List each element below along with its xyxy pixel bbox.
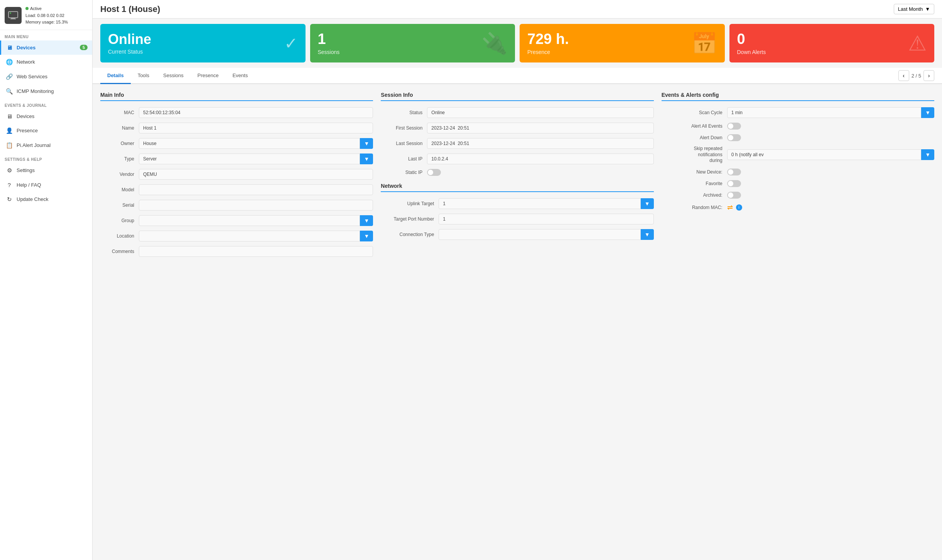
field-comments: Comments	[100, 246, 373, 257]
alerts-value: 0	[737, 31, 766, 47]
card-online: Online Current Status ✓	[100, 24, 306, 62]
field-vendor: Vendor	[100, 169, 373, 180]
vendor-input[interactable]	[139, 169, 373, 180]
favorite-toggle[interactable]	[727, 180, 741, 187]
sidebar-network-label: Network	[17, 59, 35, 65]
uplink-input[interactable]	[439, 198, 640, 209]
field-serial: Serial	[100, 200, 373, 211]
sidebar-item-icmp[interactable]: 🔍 ICMP Monitoring	[0, 84, 92, 99]
location-input[interactable]	[139, 231, 360, 241]
checkmark-icon: ✓	[284, 34, 298, 53]
group-input[interactable]	[139, 215, 360, 226]
sidebar-item-journal[interactable]: 📋 Pi.Alert Journal	[0, 138, 92, 153]
period-label: Last Month	[898, 6, 923, 12]
sidebar-item-devices-events[interactable]: 🖥 Devices	[0, 109, 92, 123]
sidebar-item-help[interactable]: ? Help / FAQ	[0, 178, 92, 192]
field-alert-all-events: Alert All Events	[662, 123, 934, 130]
field-model: Model	[100, 184, 373, 195]
tab-sessions[interactable]: Sessions	[156, 68, 191, 84]
connection-type-label: Connection Type	[381, 232, 439, 237]
connection-type-input[interactable]	[439, 229, 640, 240]
tab-details[interactable]: Details	[100, 68, 131, 84]
events-label: EVENTS & JOURNAL	[0, 99, 92, 109]
model-input[interactable]	[139, 184, 373, 195]
random-mac-label: Random MAC:	[662, 205, 727, 210]
sidebar-webservices-label: Web Services	[17, 74, 47, 79]
info-icon[interactable]: i	[736, 204, 742, 211]
tab-presence[interactable]: Presence	[191, 68, 226, 84]
session-info-title: Session Info	[381, 92, 653, 101]
sidebar-header: Active Load: 0.08 0.02 0.02 Memory usage…	[0, 0, 92, 30]
sidebar-item-update[interactable]: ↻ Update Check	[0, 192, 92, 207]
sidebar-item-settings[interactable]: ⚙ Settings	[0, 163, 92, 178]
card-sessions: 1 Sessions 🔌	[310, 24, 515, 62]
sessions-value: 1	[318, 31, 340, 47]
type-dropdown-button[interactable]: ▼	[360, 153, 373, 164]
last-ip-input[interactable]	[427, 153, 653, 164]
alerts-label: Down Alerts	[737, 49, 766, 55]
skip-repeated-dropdown-button[interactable]: ▼	[921, 149, 934, 160]
static-ip-label: Static IP	[381, 170, 427, 175]
network-icon: 🌐	[6, 59, 13, 66]
skip-repeated-input[interactable]	[727, 149, 921, 160]
web-icon: 🔗	[6, 73, 13, 80]
uplink-dropdown-button[interactable]: ▼	[641, 198, 654, 209]
main-header: Host 1 (House) Last Month ▼	[93, 0, 942, 19]
search-icon: 🔍	[6, 88, 13, 95]
next-page-button[interactable]: ›	[923, 70, 934, 81]
owner-dropdown-button[interactable]: ▼	[360, 138, 373, 149]
system-load: Load: 0.08 0.02 0.02	[25, 12, 68, 19]
alert-all-events-toggle[interactable]	[727, 123, 741, 130]
system-info: Active Load: 0.08 0.02 0.02 Memory usage…	[5, 5, 88, 26]
name-label: Name	[100, 125, 139, 131]
location-dropdown-button[interactable]: ▼	[360, 231, 373, 241]
type-input[interactable]	[139, 153, 360, 164]
refresh-icon: ↻	[6, 196, 13, 203]
uplink-label: Uplink Target	[381, 201, 439, 206]
field-type: Type ▼	[100, 153, 373, 164]
comments-input[interactable]	[139, 246, 373, 257]
field-owner: Owner ▼	[100, 138, 373, 149]
group-dropdown-button[interactable]: ▼	[360, 215, 373, 226]
svg-rect-0	[8, 12, 18, 18]
alert-all-events-label: Alert All Events	[662, 123, 727, 129]
session-info-col: Session Info Status First Session Last S…	[381, 92, 653, 261]
connection-type-dropdown-button[interactable]: ▼	[641, 229, 654, 240]
status-label: Status	[381, 110, 427, 115]
field-last-ip: Last IP	[381, 153, 653, 164]
last-ip-label: Last IP	[381, 156, 427, 162]
tab-tools[interactable]: Tools	[131, 68, 156, 84]
sidebar-item-network[interactable]: 🌐 Network	[0, 55, 92, 69]
sidebar-item-web-services[interactable]: 🔗 Web Services	[0, 69, 92, 84]
serial-input[interactable]	[139, 200, 373, 211]
first-session-input[interactable]	[427, 123, 653, 133]
sidebar-item-devices[interactable]: 🖥 Devices 5	[0, 40, 92, 55]
type-label: Type	[100, 156, 139, 162]
network-title: Network	[381, 183, 653, 192]
owner-input[interactable]	[139, 138, 360, 149]
sidebar-settings-label: Settings	[17, 167, 35, 173]
scan-cycle-dropdown-button[interactable]: ▼	[921, 107, 934, 118]
help-icon: ?	[6, 182, 13, 188]
archived-toggle[interactable]	[727, 192, 741, 199]
scan-cycle-input[interactable]	[727, 107, 921, 118]
last-session-input[interactable]	[427, 138, 653, 149]
new-device-toggle[interactable]	[727, 169, 741, 175]
field-random-mac: Random MAC: ⇌ i	[662, 203, 934, 212]
presence-value: 729 h.	[527, 31, 569, 47]
status-input[interactable]	[427, 107, 653, 118]
alert-down-toggle[interactable]	[727, 134, 741, 141]
target-port-input[interactable]	[439, 214, 653, 224]
static-ip-toggle[interactable]	[427, 169, 441, 176]
field-status: Status	[381, 107, 653, 118]
mac-input[interactable]	[139, 107, 373, 118]
person-icon: 👤	[6, 127, 13, 134]
main-menu-label: MAIN MENU	[0, 30, 92, 40]
prev-page-button[interactable]: ‹	[898, 70, 909, 81]
name-input[interactable]	[139, 123, 373, 133]
period-dropdown[interactable]: Last Month ▼	[894, 4, 934, 14]
monitor2-icon: 🖥	[6, 113, 13, 120]
tab-events[interactable]: Events	[226, 68, 255, 84]
sidebar-item-presence[interactable]: 👤 Presence	[0, 123, 92, 138]
monitor-icon: 🖥	[6, 44, 13, 51]
